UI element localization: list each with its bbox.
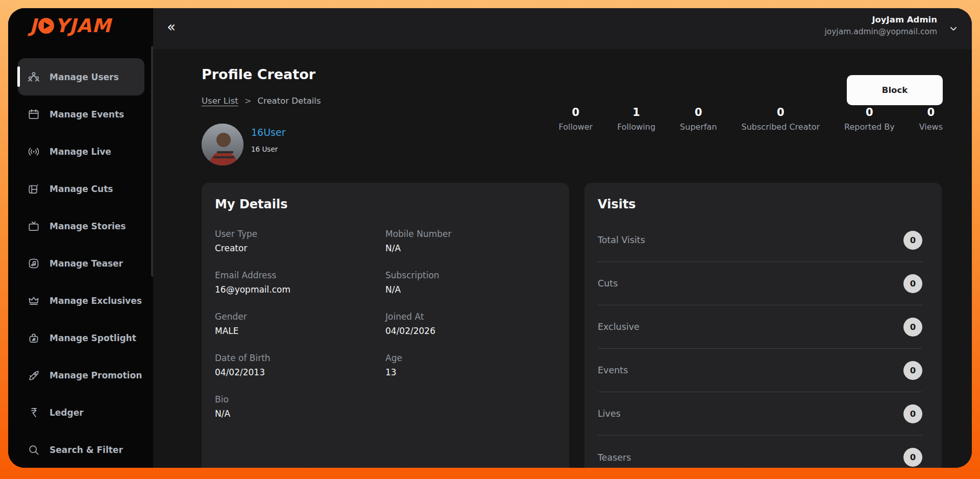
visit-label: Lives — [598, 409, 621, 419]
music-note-square-icon — [27, 257, 40, 270]
visit-label: Events — [598, 365, 628, 375]
breadcrumb-separator: > — [244, 96, 252, 106]
count-badge: 0 — [903, 274, 922, 293]
chevron-down-icon[interactable] — [948, 23, 959, 36]
sidebar-item-manage-stories[interactable]: Manage Stories — [18, 207, 144, 245]
count-badge: 0 — [903, 361, 922, 380]
admin-email: joyjam.admin@yopmail.com — [824, 27, 937, 36]
stat-value: 0 — [559, 106, 593, 118]
field-email-address: Email Address 16@yopmail.com — [215, 270, 385, 295]
my-details-card: My Details User Type Creator Mobile Numb… — [202, 183, 569, 468]
stat-follower: 0 Follower — [559, 106, 593, 132]
sidebar-item-manage-promotion[interactable]: Manage Promotion — [18, 356, 144, 394]
field-label: Subscription — [385, 270, 556, 280]
joyjam-logo: JYJAM — [30, 15, 111, 36]
visit-row-exclusive: Exclusive 0 — [598, 305, 922, 349]
sidebar-item-label: Manage Users — [50, 72, 119, 82]
field-value: N/A — [385, 284, 556, 295]
field-label: Date of Birth — [215, 353, 385, 363]
visits-title: Visits — [598, 197, 928, 211]
field-value: 16@yopmail.com — [215, 284, 385, 295]
field-label: Gender — [215, 312, 385, 322]
stat-superfan: 0 Superfan — [680, 106, 717, 132]
stat-label: Superfan — [680, 122, 717, 132]
sidebar-item-manage-exclusives[interactable]: Manage Exclusives — [18, 282, 144, 319]
visit-row-events: Events 0 — [598, 349, 922, 392]
main-content: Profile Creator User List > Creator Deta… — [153, 49, 972, 468]
admin-name: JoyJam Admin — [824, 15, 937, 25]
field-value: 13 — [385, 367, 556, 377]
stat-following: 1 Following — [617, 106, 655, 132]
field-label: Age — [385, 353, 556, 363]
sidebar-item-label: Manage Promotion — [50, 370, 142, 380]
field-value: 04/02/2026 — [385, 326, 556, 336]
field-gender: Gender MALE — [215, 312, 385, 336]
sidebar-item-manage-live[interactable]: Manage Live — [18, 133, 144, 170]
visit-row-teasers: Teasers 0 — [598, 436, 922, 468]
sidebar-item-label: Manage Events — [50, 109, 124, 119]
stat-value: 0 — [742, 106, 820, 118]
sidebar-item-manage-users[interactable]: Manage Users — [18, 58, 144, 95]
stat-value: 1 — [617, 106, 655, 118]
visits-rows: Total Visits 0 Cuts 0 Exclusive 0 Events… — [598, 219, 928, 468]
field-age: Age 13 — [385, 353, 556, 377]
field-value: N/A — [215, 409, 393, 419]
film-sparkle-icon — [27, 182, 40, 196]
users-group-icon — [27, 70, 40, 84]
sidebar-item-label: Manage Spotlight — [50, 333, 136, 343]
logo-text-right: YJAM — [55, 15, 111, 37]
profile-stats: 0 Follower 1 Following 0 Superfan 0 Subs… — [559, 106, 943, 132]
broadcast-icon — [27, 145, 40, 158]
sidebar-item-label: Manage Live — [50, 147, 111, 157]
admin-account-menu[interactable]: JoyJam Admin joyjam.admin@yopmail.com — [824, 15, 937, 36]
stat-label: Views — [919, 122, 943, 132]
stat-label: Following — [617, 122, 655, 132]
count-badge: 0 — [903, 231, 922, 250]
avatar — [202, 124, 243, 165]
sidebar-nav: Manage Users Manage Events Manage Live M… — [18, 58, 144, 468]
currency-icon — [27, 406, 40, 419]
profile-name-link[interactable]: 16User — [251, 127, 285, 138]
field-label: Bio — [215, 394, 393, 404]
field-joined-at: Joined At 04/02/2026 — [385, 312, 556, 336]
music-bag-icon — [27, 331, 40, 345]
field-bio: Bio N/A — [215, 394, 393, 419]
field-date-of-birth: Date of Birth 04/02/2013 — [215, 353, 385, 377]
breadcrumb-user-list-link[interactable]: User List — [202, 96, 238, 106]
logo-text-left: J — [30, 15, 37, 37]
visit-row-cuts: Cuts 0 — [598, 262, 922, 305]
visits-card: Visits Total Visits 0 Cuts 0 Exclusive 0… — [584, 183, 942, 468]
field-value: MALE — [215, 326, 385, 336]
sidebar-item-ledger[interactable]: Ledger — [18, 394, 144, 431]
sidebar-item-manage-events[interactable]: Manage Events — [18, 95, 144, 133]
stat-value: 0 — [844, 106, 895, 118]
count-badge: 0 — [903, 448, 922, 467]
block-button[interactable]: Block — [847, 75, 943, 105]
sidebar-item-label: Manage Stories — [50, 221, 126, 231]
field-value: 04/02/2013 — [215, 367, 385, 377]
sidebar-item-manage-spotlight[interactable]: Manage Spotlight — [18, 319, 144, 356]
stat-value: 0 — [680, 106, 717, 118]
sidebar: JYJAM Manage Users Manage Events Manage … — [8, 8, 153, 468]
topbar: « JoyJam Admin joyjam.admin@yopmail.com — [153, 8, 972, 49]
sidebar-item-search-filter[interactable]: Search & Filter — [18, 431, 144, 468]
visit-label: Teasers — [598, 452, 631, 463]
page-title: Profile Creator — [202, 66, 315, 82]
sidebar-item-label: Manage Cuts — [50, 184, 113, 194]
field-value: Creator — [215, 243, 385, 253]
visit-row-total-visits: Total Visits 0 — [598, 219, 922, 262]
sidebar-item-label: Ledger — [50, 408, 84, 418]
profile-subtitle: 16 User — [251, 145, 278, 153]
sidebar-item-label: Manage Exclusives — [50, 296, 142, 306]
sidebar-item-label: Manage Teaser — [50, 258, 123, 269]
field-label: User Type — [215, 229, 385, 239]
sidebar-collapse-button[interactable]: « — [167, 18, 176, 36]
count-badge: 0 — [903, 404, 922, 423]
sidebar-item-manage-teaser[interactable]: Manage Teaser — [18, 245, 144, 282]
field-user-type: User Type Creator — [215, 229, 385, 253]
sidebar-item-label: Search & Filter — [50, 445, 123, 455]
sidebar-item-manage-cuts[interactable]: Manage Cuts — [18, 170, 144, 207]
crown-icon — [27, 294, 40, 307]
stat-reported-by: 0 Reported By — [844, 106, 895, 132]
my-details-fields: User Type Creator Mobile Number N/A Emai… — [215, 229, 556, 419]
